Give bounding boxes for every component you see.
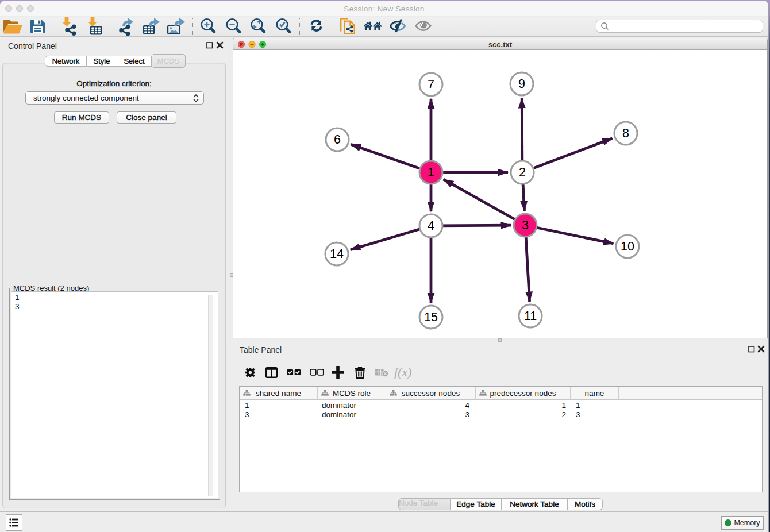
svg-text:3: 3	[522, 218, 529, 232]
svg-text:2: 2	[519, 165, 526, 179]
svg-text:14: 14	[330, 247, 344, 261]
svg-text:11: 11	[524, 309, 537, 323]
svg-text:1: 1	[428, 165, 434, 179]
svg-text:4: 4	[428, 219, 434, 233]
svg-text:7: 7	[428, 78, 434, 91]
svg-text:8: 8	[622, 126, 629, 140]
svg-text:10: 10	[621, 240, 634, 253]
svg-text:9: 9	[518, 77, 525, 91]
svg-text:6: 6	[334, 133, 341, 147]
svg-text:15: 15	[424, 310, 438, 324]
